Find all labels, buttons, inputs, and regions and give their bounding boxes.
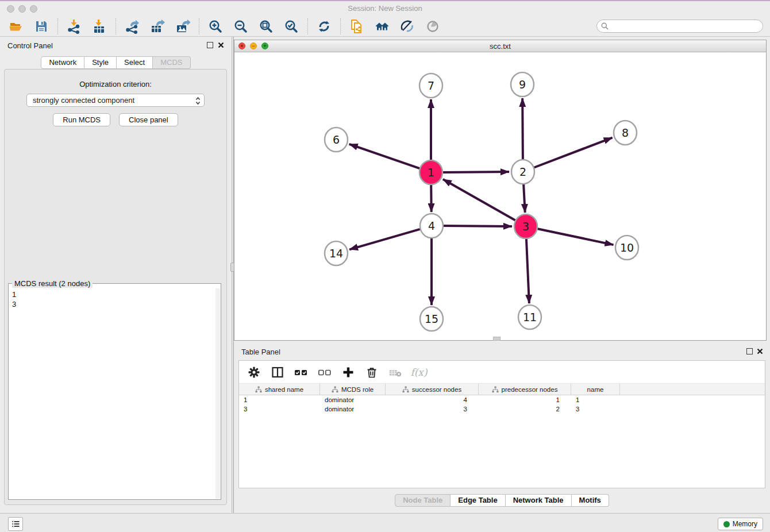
svg-text:15: 15 — [425, 313, 438, 325]
svg-text:11: 11 — [523, 311, 537, 323]
open-session-icon[interactable] — [8, 18, 24, 34]
graph-node-10[interactable]: 10 — [615, 236, 638, 260]
zoom-out-icon[interactable] — [233, 18, 249, 34]
svg-text:1: 1 — [428, 166, 434, 179]
main-toolbar — [0, 16, 770, 37]
graph-node-14[interactable]: 14 — [325, 241, 348, 265]
graph-node-1[interactable]: 1 — [419, 160, 442, 184]
column-header-shared-name[interactable]: shared name — [239, 384, 320, 395]
first-neighbors-icon[interactable] — [374, 18, 390, 34]
graph-node-3[interactable]: 3 — [514, 214, 537, 238]
search-box[interactable] — [596, 20, 763, 33]
network-canvas[interactable]: 7968124314101511 — [234, 52, 766, 340]
list-icon — [10, 519, 21, 529]
control-panel-title: Control Panel — [7, 41, 53, 50]
import-table-icon[interactable] — [91, 18, 107, 34]
select-all-columns-icon[interactable] — [294, 365, 308, 379]
shared-column-icon — [332, 386, 338, 393]
graph-edge-3-11[interactable] — [526, 238, 529, 303]
chevron-up-down-icon — [195, 97, 201, 105]
graph-edge-3-10[interactable] — [538, 229, 614, 245]
memory-label: Memory — [733, 520, 757, 528]
memory-status-icon — [723, 521, 730, 527]
memory-button[interactable]: Memory — [718, 518, 763, 530]
new-network-from-selection-icon[interactable] — [349, 18, 365, 34]
tab-mcds[interactable]: MCDS — [153, 56, 190, 69]
graph-edge-4-3[interactable] — [444, 226, 512, 226]
hide-graphics-details-icon[interactable] — [399, 18, 415, 34]
export-table-icon[interactable] — [149, 18, 165, 34]
tab-network-table[interactable]: Network Table — [506, 494, 572, 507]
table-settings-icon[interactable] — [247, 365, 261, 379]
table-panel: Table Panel — [234, 343, 770, 513]
column-header-name[interactable]: name — [571, 384, 620, 395]
tab-select[interactable]: Select — [117, 56, 153, 69]
tab-edge-table[interactable]: Edge Table — [451, 494, 505, 507]
graph-edge-2-3[interactable] — [523, 184, 525, 213]
svg-text:10: 10 — [620, 241, 634, 254]
app-titlebar: Session: New Session — [0, 1, 770, 16]
svg-text:2: 2 — [519, 165, 526, 178]
delete-column-icon[interactable] — [365, 365, 379, 379]
search-input[interactable] — [611, 22, 755, 30]
network-graph: 7968124314101511 — [234, 52, 766, 340]
run-mcds-button[interactable]: Run MCDS — [53, 113, 110, 126]
task-history-button[interactable] — [8, 517, 23, 531]
table-row[interactable]: 3 dominator 3 2 3 — [239, 404, 765, 414]
tab-motifs[interactable]: Motifs — [572, 494, 609, 507]
show-graphics-details-icon[interactable] — [425, 18, 441, 34]
graph-node-6[interactable]: 6 — [325, 128, 348, 152]
graph-node-4[interactable]: 4 — [420, 214, 443, 238]
graph-edge-1-4[interactable] — [431, 184, 432, 212]
graph-edge-1-6[interactable] — [349, 144, 420, 168]
tab-node-table[interactable]: Node Table — [395, 494, 451, 507]
session-title: Session: New Session — [0, 4, 770, 13]
graph-edge-2-9[interactable] — [522, 98, 523, 160]
zoom-selected-icon[interactable] — [283, 18, 299, 34]
mcds-result-line: 1 — [12, 290, 211, 299]
graph-node-8[interactable]: 8 — [614, 121, 637, 145]
optimization-criterion-label: Optimization criterion: — [5, 80, 226, 88]
graph-edge-4-14[interactable] — [349, 229, 420, 250]
tab-style[interactable]: Style — [84, 56, 117, 69]
mcds-result-list[interactable]: 1 3 — [9, 287, 215, 499]
graph-edge-2-8[interactable] — [534, 138, 613, 168]
network-splitter-handle[interactable] — [493, 337, 500, 341]
svg-text:9: 9 — [519, 78, 526, 91]
node-table-container: f(x) shared name MCDS role successor nod… — [238, 360, 765, 488]
graph-edge-1-2[interactable] — [443, 172, 509, 172]
export-image-icon[interactable] — [175, 18, 191, 34]
graph-node-2[interactable]: 2 — [511, 160, 534, 184]
import-network-icon[interactable] — [66, 18, 82, 34]
column-header-predecessor-nodes[interactable]: predecessor nodes — [479, 384, 571, 395]
float-table-panel-icon[interactable] — [746, 348, 753, 354]
show-columns-icon[interactable] — [271, 365, 284, 379]
graph-node-15[interactable]: 15 — [420, 307, 443, 331]
mcds-result-scrollbar[interactable] — [215, 288, 220, 499]
graph-node-9[interactable]: 9 — [511, 72, 534, 97]
close-panel-icon[interactable] — [218, 42, 224, 48]
shared-column-icon — [402, 386, 409, 393]
column-header-successor-nodes[interactable]: successor nodes — [386, 384, 479, 395]
svg-text:6: 6 — [333, 133, 340, 146]
network-window-titlebar[interactable]: × − + scc.txt — [234, 40, 766, 52]
optimization-criterion-dropdown[interactable]: strongly connected component — [26, 94, 205, 107]
graph-edge-3-1[interactable] — [443, 179, 515, 221]
graph-node-7[interactable]: 7 — [419, 74, 442, 98]
close-panel-button[interactable]: Close panel — [119, 113, 178, 126]
table-row[interactable]: 1 dominator 4 1 1 — [239, 395, 765, 404]
graph-node-11[interactable]: 11 — [518, 305, 541, 329]
add-column-icon[interactable] — [341, 365, 355, 379]
table-tabs: Node Table Edge Table Network Table Moti… — [234, 494, 770, 507]
save-session-icon[interactable] — [33, 18, 49, 34]
float-panel-icon[interactable] — [207, 42, 213, 48]
deselect-all-columns-icon[interactable] — [318, 365, 332, 379]
column-header-mcds-role[interactable]: MCDS role — [320, 384, 386, 395]
close-table-panel-icon[interactable] — [757, 348, 763, 354]
zoom-in-icon[interactable] — [207, 18, 224, 34]
svg-text:4: 4 — [428, 219, 435, 232]
export-network-icon[interactable] — [124, 18, 140, 34]
tab-network[interactable]: Network — [41, 56, 84, 69]
zoom-fit-icon[interactable] — [258, 18, 274, 34]
apply-layout-icon[interactable] — [316, 18, 332, 34]
